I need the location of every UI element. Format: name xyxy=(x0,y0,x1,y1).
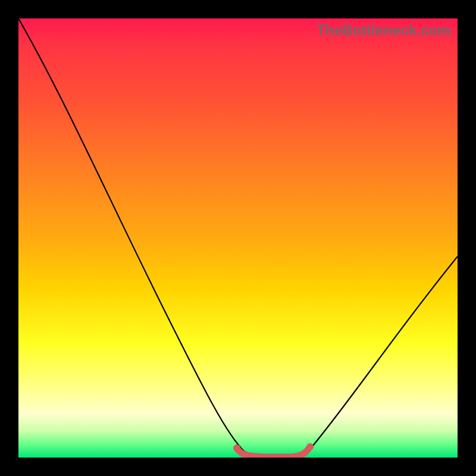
chart-frame: TheBottleneck.com xyxy=(0,0,476,476)
curve-svg xyxy=(18,18,458,458)
highlight-end-dot-left xyxy=(233,444,240,452)
bottleneck-curve-path xyxy=(18,18,458,457)
flat-bottom-highlight-path xyxy=(237,447,310,457)
highlight-end-dot-right xyxy=(306,443,314,450)
plot-area: TheBottleneck.com xyxy=(18,18,458,458)
